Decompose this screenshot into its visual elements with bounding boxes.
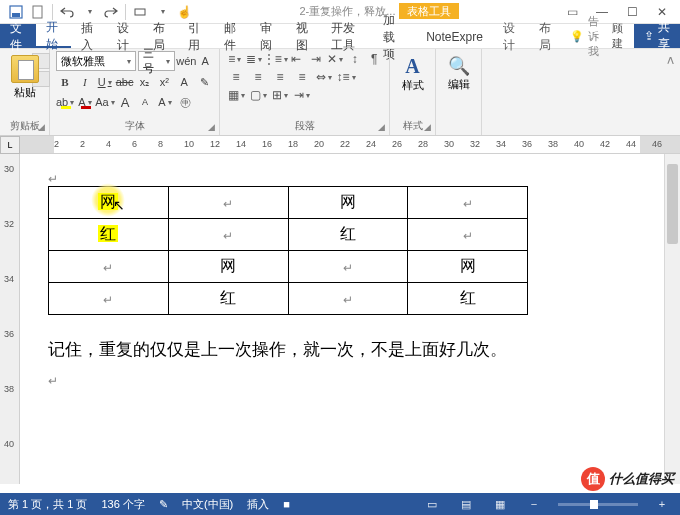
increase-indent-icon[interactable]: ⇥ [307, 51, 325, 67]
table-cell[interactable]: 红 [168, 283, 288, 315]
tab-references[interactable]: 引用 [178, 24, 214, 48]
styles-button[interactable]: 样式 [402, 78, 424, 93]
launcher-icon[interactable]: ◢ [38, 122, 45, 132]
table-cell[interactable]: ↵ [408, 219, 528, 251]
font-size-select[interactable]: 三号 [138, 51, 175, 71]
enclose-char-button[interactable]: ㊥ [176, 93, 194, 111]
tab-selector[interactable]: L [0, 136, 20, 154]
align-right-icon[interactable]: ≡ [270, 69, 290, 85]
phonetic-guide-icon[interactable]: wén [177, 52, 195, 70]
zoom-slider[interactable] [558, 503, 638, 506]
launcher-icon[interactable]: ◢ [378, 122, 385, 132]
subscript-button[interactable]: x₂ [136, 73, 154, 91]
new-icon[interactable] [30, 4, 46, 20]
tab-file[interactable]: 文件 [0, 24, 36, 48]
tab-design[interactable]: 设计 [107, 24, 143, 48]
tab-table-design[interactable]: 设计 [493, 24, 529, 48]
table-cell[interactable]: 红 [288, 219, 408, 251]
tab-noteexpress[interactable]: NoteExpre [416, 24, 493, 48]
align-left-icon[interactable]: ≡ [226, 69, 246, 85]
tab-mailings[interactable]: 邮件 [214, 24, 250, 48]
insert-mode[interactable]: 插入 [247, 497, 269, 512]
shrink-font-button[interactable]: A [136, 93, 154, 111]
word-count[interactable]: 136 个字 [101, 497, 144, 512]
zoom-thumb[interactable] [590, 500, 598, 509]
table-cell[interactable]: 红 [408, 283, 528, 315]
table-cell[interactable]: 网 [288, 187, 408, 219]
table-cell[interactable]: ↵ [49, 283, 169, 315]
decrease-indent-icon[interactable]: ⇤ [287, 51, 305, 67]
find-icon[interactable]: 🔍 [448, 55, 470, 77]
touch-icon[interactable]: ☝ [176, 4, 192, 20]
page-indicator[interactable]: 第 1 页，共 1 页 [8, 497, 87, 512]
sort-icon[interactable]: ↕ [346, 51, 364, 67]
table-cell[interactable]: ↵ [168, 187, 288, 219]
launcher-icon[interactable]: ◢ [208, 122, 215, 132]
char-border-icon[interactable]: A [197, 52, 213, 70]
table-row[interactable]: 红↵红↵ [49, 219, 528, 251]
shading-icon[interactable]: ▦ [226, 87, 246, 103]
font-name-select[interactable]: 微软雅黑 [56, 51, 136, 71]
tab-settings-icon[interactable]: ⇥ [292, 87, 312, 103]
justify-icon[interactable]: ≡ [292, 69, 312, 85]
table-cell[interactable]: ↵ [49, 251, 169, 283]
text-effects-button[interactable]: A [175, 73, 193, 91]
underline-button[interactable]: U [96, 73, 114, 91]
ribbon-options-icon[interactable]: ▭ [558, 2, 586, 22]
tab-insert[interactable]: 插入 [71, 24, 107, 48]
tab-table-layout[interactable]: 布局 [529, 24, 565, 48]
spell-check-icon[interactable]: ✎ [159, 498, 168, 511]
table-cell[interactable]: 网 [408, 251, 528, 283]
body-paragraph[interactable]: 记住，重复的仅仅是上一次操作，就一次，不是上面好几次。 [48, 335, 636, 366]
save-icon[interactable] [8, 4, 24, 20]
font-color-button[interactable]: A [76, 93, 94, 111]
clear-format-button[interactable]: ✎ [195, 73, 213, 91]
web-layout-icon[interactable]: ▦ [490, 496, 510, 512]
tab-home[interactable]: 开始 [36, 24, 72, 48]
table-cell[interactable]: ↖网 [49, 187, 169, 219]
page[interactable]: ↵ ↖网↵网↵红↵红↵↵网↵网↵红↵红 记住，重复的仅仅是上一次操作，就一次，不… [20, 154, 664, 484]
distributed-icon[interactable]: ⇔ [314, 69, 334, 85]
redo-icon[interactable] [103, 4, 119, 20]
zoom-in-icon[interactable]: + [652, 496, 672, 512]
tab-view[interactable]: 视图 [286, 24, 322, 48]
table-row[interactable]: ↖网↵网↵ [49, 187, 528, 219]
paste-button[interactable]: 粘贴 [11, 51, 39, 100]
grow-font-button[interactable]: A [116, 93, 134, 111]
maximize-icon[interactable]: ☐ [618, 2, 646, 22]
undo-more-icon[interactable] [81, 4, 97, 20]
document-table[interactable]: ↖网↵网↵红↵红↵↵网↵网↵红↵红 [48, 186, 528, 315]
share-button[interactable]: ⇪共享 [634, 24, 680, 48]
vertical-ruler[interactable]: 303234363840 [0, 154, 20, 484]
launcher-icon[interactable]: ◢ [424, 122, 431, 132]
scrollbar-thumb[interactable] [667, 164, 678, 244]
tell-me[interactable]: 💡告诉我 [570, 24, 603, 48]
collapse-ribbon-icon[interactable]: ʌ [660, 49, 680, 135]
multilevel-list-icon[interactable]: ⋮≡ [265, 51, 285, 67]
table-cell[interactable]: ↵ [408, 187, 528, 219]
highlight-button[interactable]: ab [56, 93, 74, 111]
char-shading-button[interactable]: A [156, 93, 174, 111]
table-cell[interactable]: 红 [49, 219, 169, 251]
table-cell[interactable]: ↵ [288, 251, 408, 283]
align-center-icon[interactable]: ≡ [248, 69, 268, 85]
macro-record-icon[interactable]: ■ [283, 498, 290, 510]
change-case-button[interactable]: Aa [96, 93, 114, 111]
user-name[interactable]: 顾建 [604, 24, 634, 48]
table-cell[interactable]: ↵ [288, 283, 408, 315]
vertical-scrollbar[interactable] [664, 154, 680, 484]
read-mode-icon[interactable]: ▭ [422, 496, 442, 512]
text-direction-icon[interactable]: ✕ [326, 51, 344, 67]
line-spacing-icon[interactable]: ↕≡ [336, 69, 356, 85]
table-cell[interactable]: 网 [168, 251, 288, 283]
strike-button[interactable]: abc [116, 73, 134, 91]
italic-button[interactable]: I [76, 73, 94, 91]
styles-icon[interactable]: A [405, 55, 419, 78]
table-row[interactable]: ↵红↵红 [49, 283, 528, 315]
snap-grid-icon[interactable]: ⊞ [270, 87, 290, 103]
zoom-out-icon[interactable]: − [524, 496, 544, 512]
tab-developer[interactable]: 开发工具 [321, 24, 372, 48]
print-layout-icon[interactable]: ▤ [456, 496, 476, 512]
tab-addins[interactable]: 加载项 [373, 24, 417, 48]
borders-icon[interactable]: ▢ [248, 87, 268, 103]
